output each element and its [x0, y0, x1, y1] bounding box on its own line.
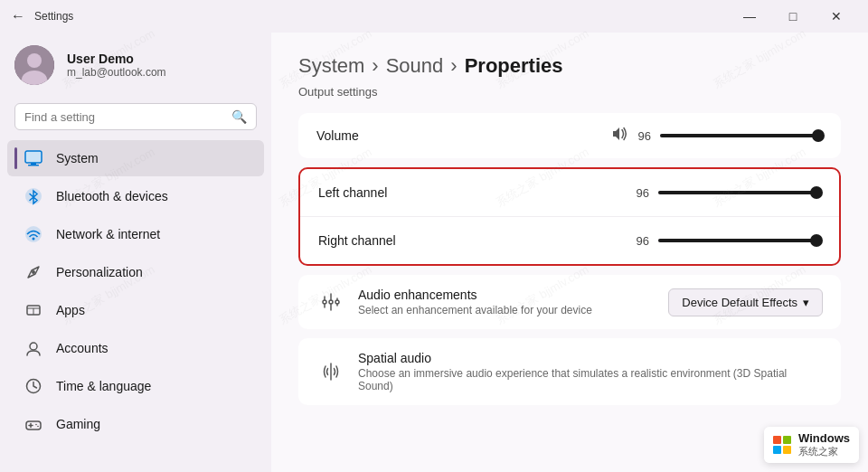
enhancement-title: Audio enhancements — [358, 288, 592, 302]
spatial-text: Spatial audio Choose an immersive audio … — [358, 351, 823, 392]
gaming-icon — [24, 414, 43, 434]
user-email: m_lab@outlook.com — [67, 66, 166, 79]
volume-number: 96 — [638, 129, 651, 143]
win-badge-text: Windows — [798, 431, 850, 445]
volume-card: Volume 96 — [298, 113, 841, 158]
svg-rect-3 — [25, 151, 42, 163]
system-icon — [24, 148, 43, 168]
right-channel-slider[interactable] — [658, 239, 821, 242]
minimize-button[interactable]: — — [729, 3, 770, 30]
network-icon — [24, 224, 43, 244]
volume-icon — [611, 126, 629, 146]
svg-rect-5 — [28, 165, 39, 166]
user-profile: User Demo m_lab@outlook.com — [0, 33, 271, 98]
spatial-icon — [316, 357, 345, 386]
sidebar-label-personalization: Personalization — [56, 265, 143, 279]
volume-thumb[interactable] — [812, 129, 825, 142]
accounts-icon — [24, 338, 43, 358]
win-logo-yellow — [783, 446, 791, 454]
app-title: Settings — [34, 10, 73, 23]
right-channel-row: Right channel 96 — [300, 216, 839, 264]
channel-section: Left channel 96 Right channel 96 — [298, 167, 841, 266]
right-channel-value: 96 — [637, 234, 649, 248]
svg-point-13 — [30, 343, 37, 350]
left-channel-track[interactable] — [658, 191, 821, 194]
spatial-title: Spatial audio — [358, 351, 823, 365]
avatar — [14, 45, 54, 85]
search-box[interactable]: 🔍 — [14, 103, 257, 130]
spatial-desc: Choose an immersive audio experience tha… — [358, 367, 823, 392]
left-channel-row: Left channel 96 — [300, 169, 839, 216]
win-badge-info: Windows 系统之家 — [798, 431, 850, 458]
time-icon — [24, 376, 43, 396]
sidebar-item-personalization[interactable]: Personalization — [7, 254, 264, 290]
sidebar-item-gaming[interactable]: Gaming — [7, 406, 264, 442]
svg-point-8 — [33, 238, 35, 241]
sidebar: User Demo m_lab@outlook.com 🔍 System — [0, 33, 271, 472]
dropdown-arrow: ▾ — [803, 296, 809, 309]
sidebar-label-bluetooth: Bluetooth & devices — [56, 189, 168, 203]
left-channel-slider[interactable] — [658, 191, 821, 194]
close-button[interactable]: ✕ — [816, 3, 857, 30]
back-icon[interactable]: ← — [11, 8, 25, 24]
sidebar-label-gaming: Gaming — [56, 417, 100, 431]
titlebar: ← Settings — □ ✕ — [0, 0, 868, 33]
breadcrumb-sep2: › — [450, 54, 457, 78]
enhancement-desc: Select an enhancement available for your… — [358, 304, 592, 316]
main-content: System › Sound › Properties Output setti… — [271, 33, 868, 472]
breadcrumb-sound[interactable]: Sound — [386, 54, 444, 78]
enhancement-icon — [316, 288, 345, 316]
sidebar-item-bluetooth[interactable]: Bluetooth & devices — [7, 178, 264, 214]
win-logo-green — [783, 436, 791, 444]
volume-fill — [660, 134, 815, 137]
svg-point-1 — [27, 53, 42, 68]
user-info: User Demo m_lab@outlook.com — [67, 52, 166, 79]
search-input[interactable] — [24, 110, 231, 124]
sidebar-label-accounts: Accounts — [56, 341, 108, 355]
right-channel-label: Right channel — [318, 233, 396, 248]
win-badge-sub: 系统之家 — [798, 445, 850, 458]
sidebar-label-network: Network & internet — [56, 227, 160, 241]
sidebar-item-time[interactable]: Time & language — [7, 368, 264, 404]
volume-label: Volume — [316, 128, 443, 143]
right-channel-track[interactable] — [658, 239, 821, 242]
windows-logo — [773, 436, 791, 454]
volume-row: Volume 96 — [298, 113, 841, 158]
left-channel-thumb[interactable] — [810, 186, 823, 199]
breadcrumb-system[interactable]: System — [298, 54, 364, 78]
sidebar-label-apps: Apps — [56, 303, 85, 317]
breadcrumb: System › Sound › Properties — [298, 54, 841, 78]
sidebar-item-apps[interactable]: Apps — [7, 292, 264, 328]
spatial-row: Spatial audio Choose an immersive audio … — [298, 338, 841, 405]
svg-point-9 — [32, 270, 35, 274]
enhancement-text: Audio enhancements Select an enhancement… — [358, 288, 592, 316]
enhancement-dropdown[interactable]: Device Default Effects ▾ — [668, 288, 823, 316]
right-channel-thumb[interactable] — [810, 234, 823, 247]
volume-value-group: 96 — [611, 126, 823, 146]
svg-point-19 — [37, 426, 39, 428]
left-channel-fill — [658, 191, 813, 194]
section-label: Output settings — [298, 85, 841, 99]
left-channel-value: 96 — [637, 186, 649, 200]
breadcrumb-properties: Properties — [465, 54, 563, 78]
left-channel-controls: 96 — [637, 186, 821, 200]
app-body: User Demo m_lab@outlook.com 🔍 System — [0, 33, 868, 472]
bluetooth-icon — [24, 186, 43, 206]
dropdown-label: Device Default Effects — [682, 296, 797, 309]
volume-slider[interactable] — [660, 134, 823, 137]
svg-point-18 — [35, 424, 37, 426]
search-icon: 🔍 — [231, 109, 247, 124]
maximize-button[interactable]: □ — [772, 3, 814, 30]
breadcrumb-sep1: › — [372, 54, 378, 78]
enhancement-row: Audio enhancements Select an enhancement… — [298, 275, 841, 329]
volume-track[interactable] — [660, 134, 823, 137]
right-channel-fill — [658, 239, 813, 242]
sidebar-item-network[interactable]: Network & internet — [7, 216, 264, 252]
personalization-icon — [24, 262, 43, 282]
sidebar-label-time: Time & language — [56, 379, 151, 393]
windows-badge: Windows 系统之家 — [764, 427, 859, 463]
sidebar-item-system[interactable]: System — [7, 140, 264, 176]
sidebar-item-accounts[interactable]: Accounts — [7, 330, 264, 366]
apps-icon — [24, 300, 43, 320]
window-controls: — □ ✕ — [729, 3, 857, 30]
